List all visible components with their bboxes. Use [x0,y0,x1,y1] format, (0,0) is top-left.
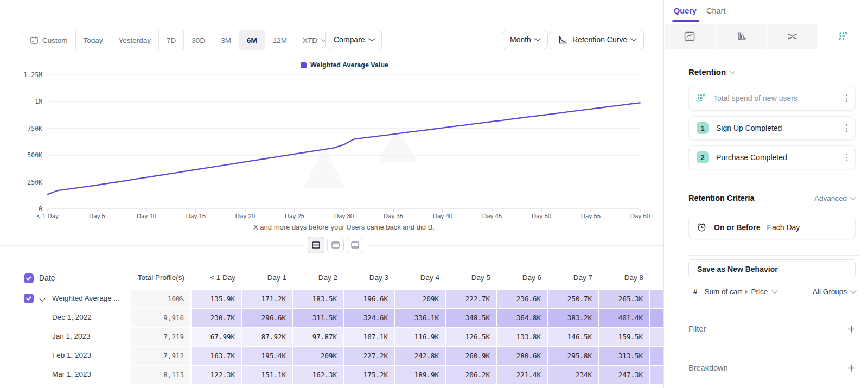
retention-value-cell: 247.3K [599,366,649,384]
behavior-step-card[interactable]: 1Sign Up Completed [688,116,856,140]
retention-value-cell: 126.5K [446,328,496,346]
granularity-button[interactable]: Month [502,30,548,49]
measure-event-label[interactable]: Sum of cart [705,288,742,296]
retention-value-cell: 401.4K [599,309,649,327]
active-tab-underline [672,20,699,22]
groups-label: All Groups [813,288,847,296]
table-row[interactable]: Jan 1, 20237,21967.99K87.92K97.87K107.1K… [0,327,663,346]
kebab-menu-icon[interactable] [846,154,847,161]
range-button-12m[interactable]: 12M [265,30,295,50]
y-tick-label: 1M [0,98,42,105]
tab-query[interactable]: Query [674,7,697,15]
range-button-today[interactable]: Today [75,30,111,50]
behavior-card[interactable]: Total spend of new users [688,86,856,111]
range-button-7d[interactable]: 7D [158,30,183,50]
table-row[interactable]: Weighted Average ...100%135.9K171.2K183.… [0,289,663,308]
flow-icon [786,30,799,43]
retention-value-cell: 97.87K [293,328,343,346]
range-button-custom[interactable]: Custom [22,30,75,50]
retention-criteria-heading: Retention Criteria [688,194,755,202]
layout-chart-only-button[interactable] [327,237,344,253]
filter-label: Filter [688,325,706,333]
column-header-day: Day 5 [446,273,490,282]
compare-label: Compare [334,35,365,44]
behavior-step-card[interactable]: 2Purchase Completed [688,145,856,169]
kebab-menu-icon[interactable] [846,124,847,132]
retention-value-cell: 195.4K [242,347,292,365]
layout-table-only-button[interactable] [347,237,363,253]
table-row[interactable]: Mar 1, 20238,115122.3K151.1K162.3K175.2K… [0,365,663,384]
criteria-time-card[interactable]: On or Before Each Day [688,215,856,239]
x-tick-label: Day 20 [221,213,270,219]
y-tick-label: 250K [0,179,42,186]
x-tick-label: Day 40 [418,213,467,219]
y-tick-label: 0 [0,205,42,213]
expand-chevron-icon[interactable] [39,295,45,301]
retention-value-cell: 151.1K [242,366,292,384]
criteria-mode-dropdown[interactable]: Advanced [814,194,855,202]
retention-value-cell: 171.2K [242,290,292,308]
x-tick-label: Day 25 [270,213,319,219]
header-checkbox[interactable] [24,273,34,283]
panel-divider [687,255,859,256]
table-row[interactable]: Dec 1, 20229,916230.7K296.6K311.5K324.6K… [0,308,663,327]
y-tick-label: 1.25M [0,71,42,79]
add-icon[interactable] [847,325,856,333]
x-axis-caption: X and more days before your Users came b… [48,223,640,231]
row-label: Feb 1, 2023 [52,351,91,359]
breakdown-section[interactable]: Breakdown [688,364,856,372]
retention-value-cell-clipped [650,309,664,327]
retention-value-cell: 209K [395,290,445,308]
add-icon[interactable] [847,364,856,372]
range-label: 6M [247,36,257,44]
retention-report-button[interactable] [819,24,868,49]
row-checkbox[interactable] [24,294,34,303]
column-header-day: Day 2 [293,273,337,282]
range-button-30d[interactable]: 30D [183,30,213,50]
save-as-new-behavior-button[interactable]: Save as New Behavior [688,259,856,278]
criteria-timeframe-label: Each Day [767,223,800,232]
column-header-day: Day 3 [344,273,388,282]
retention-value-cell: 265.3K [599,290,649,308]
kebab-menu-icon[interactable] [846,94,847,102]
flow-report-button[interactable] [767,24,818,49]
range-label: XTD [303,36,317,44]
retention-value-cell: 162.3K [293,366,343,384]
column-header-day: < 1 Day [191,273,235,282]
chart-type-button[interactable]: Retention Curve [550,30,644,49]
range-button-3m[interactable]: 3M [213,30,239,50]
retention-value-cell: 122.3K [192,366,241,384]
retention-value-cell-clipped [650,290,664,308]
row-label: Mar 1, 2023 [52,370,91,378]
chart-legend: Weighted Average Value [27,61,662,69]
retention-value-cell: 189.9K [395,366,445,384]
groups-dropdown[interactable]: All Groups [813,288,856,296]
table-row[interactable]: Feb 1, 20237,912163.7K195.4K209K227.2K24… [0,346,663,365]
retention-value-cell: 234K [548,366,598,384]
retention-value-cell: 183.5K [293,290,343,308]
column-header-day: Day 6 [497,273,541,282]
range-label: 3M [221,36,231,44]
layout-split-view-button[interactable] [308,237,324,253]
range-label: Yesterday [119,36,151,44]
measure-property-label[interactable]: Price [751,288,768,296]
funnel-report-button[interactable] [716,24,767,49]
retention-value-cell: 206.2K [446,366,496,384]
retention-value-cell: 250.7K [548,290,598,308]
retention-line-chart[interactable]: 0250K500K750K1M1.25M < 1 DayDay 5Day 10D… [0,71,663,233]
retention-value-cell: 159.5K [599,328,649,346]
range-button-yesterday[interactable]: Yesterday [111,30,159,50]
x-tick-label: Day 10 [122,213,171,219]
report-type-dropdown[interactable]: Retention [688,67,735,77]
retention-value-cell: 175.2K [344,366,394,384]
legend-swatch [301,62,307,68]
range-label: Today [84,36,103,44]
total-profiles-cell: 8,115 [131,366,190,384]
breakdown-label: Breakdown [688,364,728,372]
range-button-6m[interactable]: 6M [239,30,265,50]
filter-section[interactable]: Filter [688,325,856,333]
total-profiles-cell: 7,219 [131,328,190,346]
number-property-icon: # [693,288,698,296]
insights-report-button[interactable] [665,24,715,49]
compare-button[interactable]: Compare [326,30,382,49]
